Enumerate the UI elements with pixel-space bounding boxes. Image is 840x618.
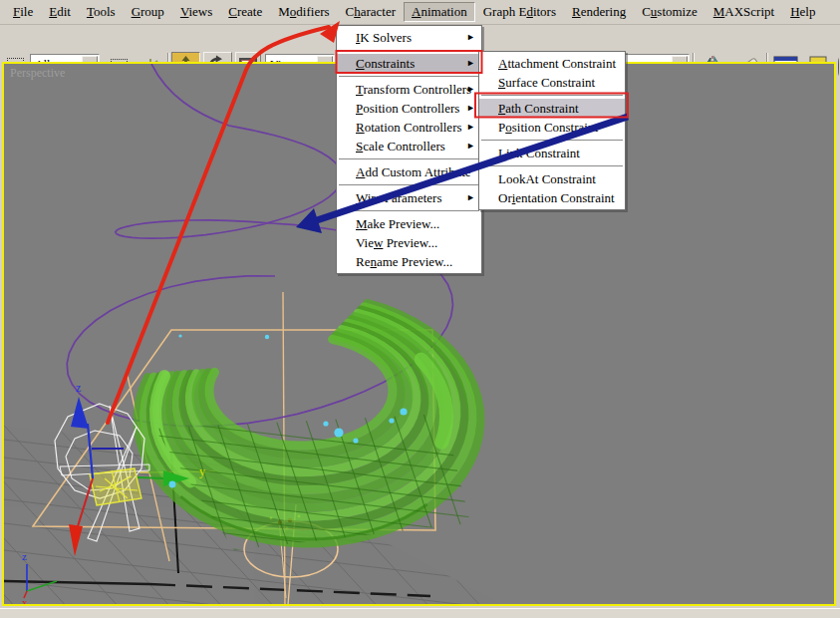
menu-item-view-preview[interactable]: View Preview... — [337, 233, 481, 252]
menu-separator — [481, 140, 623, 141]
menu-item-link-constraint[interactable]: Link Constraint — [479, 144, 625, 162]
menubar-item-animation[interactable]: Animation — [404, 2, 475, 22]
submenu-arrow-icon: ► — [466, 54, 475, 73]
menu-separator — [481, 165, 623, 166]
submenu-arrow-icon: ► — [466, 137, 475, 155]
menubar-item-group[interactable]: Group — [124, 2, 172, 22]
menubar-item-tools[interactable]: Tools — [79, 2, 124, 22]
menu-item-add-custom-attribute[interactable]: Add Custom Attribute — [337, 162, 481, 181]
submenu-arrow-icon: ► — [466, 99, 475, 118]
svg-text:z: z — [22, 550, 27, 562]
menubar-item-views[interactable]: Views — [172, 2, 220, 22]
menubar-item-file[interactable]: File — [5, 2, 41, 22]
menu-item-make-preview[interactable]: Make Preview... — [337, 214, 481, 233]
material-editor-icon[interactable] — [836, 52, 840, 81]
menu-item-rotation-controllers[interactable]: Rotation Controllers► — [337, 118, 481, 137]
submenu-arrow-icon: ► — [466, 80, 475, 99]
constraints-submenu: Attachment ConstraintSurface ConstraintP… — [478, 51, 626, 210]
menubar-item-modifiers[interactable]: Modifiers — [270, 2, 337, 22]
menu-separator — [339, 184, 479, 185]
menu-bar: FileEditToolsGroupViewsCreateModifiersCh… — [0, 0, 840, 25]
menu-item-rename-preview[interactable]: Rename Preview... — [337, 252, 481, 271]
menu-item-attachment-constraint[interactable]: Attachment Constraint — [479, 54, 625, 73]
menubar-item-maxscript[interactable]: MAXScript — [705, 2, 782, 22]
menu-item-surface-constraint[interactable]: Surface Constraint — [479, 73, 625, 92]
menubar-item-create[interactable]: Create — [220, 2, 270, 22]
menu-item-position-controllers[interactable]: Position Controllers► — [337, 99, 481, 118]
menu-separator — [339, 50, 479, 51]
submenu-arrow-icon: ► — [466, 28, 475, 47]
submenu-arrow-icon: ► — [466, 118, 475, 137]
svg-text:y: y — [199, 464, 205, 478]
time-slider-strip — [0, 608, 840, 618]
menu-item-constraints[interactable]: Constraints► — [337, 54, 481, 73]
menu-item-transform-controllers[interactable]: Transform Controllers► — [337, 80, 481, 99]
menubar-item-help[interactable]: Help — [782, 2, 823, 22]
menu-item-wire-parameters[interactable]: Wire Parameters► — [337, 188, 481, 207]
menu-separator — [481, 95, 623, 96]
menubar-item-rendering[interactable]: Rendering — [564, 2, 634, 22]
animation-dropdown-menu: IK Solvers►Constraints►Transform Control… — [336, 25, 482, 274]
svg-text:x: x — [22, 596, 28, 604]
svg-text:z: z — [76, 381, 81, 395]
menu-item-position-constraint[interactable]: Position Constraint — [479, 118, 625, 137]
menubar-item-graph-editors[interactable]: Graph Editors — [475, 2, 564, 22]
menubar-item-edit[interactable]: Edit — [41, 2, 79, 22]
menu-separator — [339, 76, 479, 77]
menubar-item-customize[interactable]: Customize — [634, 2, 705, 22]
menu-item-path-constraint[interactable]: Path Constraint — [479, 99, 625, 118]
menubar-item-character[interactable]: Character — [338, 2, 405, 22]
menu-item-lookat-constraint[interactable]: LookAt Constraint — [479, 169, 625, 188]
submenu-arrow-icon: ► — [466, 188, 475, 207]
menu-item-orientation-constraint[interactable]: Orientation Constraint — [479, 188, 625, 207]
menu-item-ik-solvers[interactable]: IK Solvers► — [337, 28, 481, 47]
menu-separator — [339, 158, 479, 159]
menu-separator — [339, 210, 479, 211]
viewport-label: Perspective — [10, 66, 65, 81]
menu-item-scale-controllers[interactable]: Scale Controllers► — [337, 137, 481, 155]
